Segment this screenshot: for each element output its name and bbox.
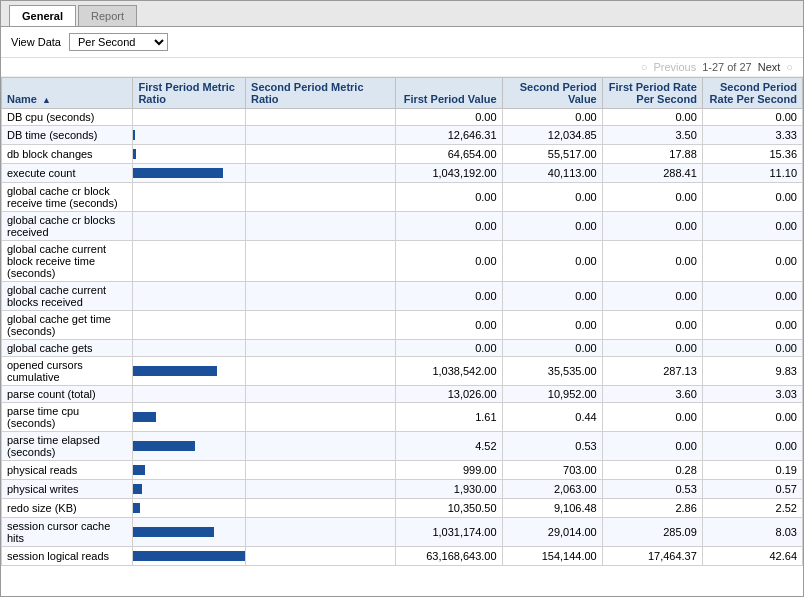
cell-sp-rate: 9.83 — [702, 357, 802, 386]
cell-sp-value: 154,144.00 — [502, 547, 602, 566]
cell-sp-bar — [246, 241, 396, 282]
cell-fp-rate: 0.28 — [602, 461, 702, 480]
cell-sp-value: 0.00 — [502, 212, 602, 241]
sort-arrow-name: ▲ — [42, 95, 51, 105]
table-row: DB cpu (seconds)0.000.000.000.00 — [2, 109, 803, 126]
cell-fp-value: 4.52 — [396, 432, 502, 461]
cell-fp-bar — [133, 109, 246, 126]
view-data-label: View Data — [11, 36, 61, 48]
cell-name: db block changes — [2, 145, 133, 164]
cell-sp-rate: 2.52 — [702, 499, 802, 518]
view-data-select[interactable]: Per Second Per Execution Totals — [69, 33, 168, 51]
cell-sp-bar — [246, 403, 396, 432]
cell-fp-value: 0.00 — [396, 109, 502, 126]
cell-sp-value: 12,034.85 — [502, 126, 602, 145]
col-header-sp-rate[interactable]: Second Period Rate Per Second — [702, 78, 802, 109]
cell-fp-rate: 3.60 — [602, 386, 702, 403]
cell-sp-rate: 0.00 — [702, 432, 802, 461]
col-header-sp-ratio[interactable]: Second Period Metric Ratio — [246, 78, 396, 109]
cell-sp-bar — [246, 357, 396, 386]
cell-fp-value: 1,038,542.00 — [396, 357, 502, 386]
next-link[interactable]: Next — [758, 61, 781, 73]
table-row: session cursor cache hits1,031,174.0029,… — [2, 518, 803, 547]
cell-fp-bar — [133, 461, 246, 480]
cell-sp-bar — [246, 461, 396, 480]
fp-bar — [133, 168, 222, 178]
cell-sp-rate: 15.36 — [702, 145, 802, 164]
fp-bar — [133, 527, 213, 537]
tab-report[interactable]: Report — [78, 5, 137, 26]
table-row: physical writes1,930.002,063.000.530.57 — [2, 480, 803, 499]
cell-sp-value: 0.53 — [502, 432, 602, 461]
cell-fp-rate: 288.41 — [602, 164, 702, 183]
cell-sp-bar — [246, 145, 396, 164]
cell-fp-value: 13,026.00 — [396, 386, 502, 403]
cell-fp-bar — [133, 518, 246, 547]
col-header-fp-value[interactable]: First Period Value — [396, 78, 502, 109]
cell-fp-bar — [133, 403, 246, 432]
col-header-fp-rate[interactable]: First Period Rate Per Second — [602, 78, 702, 109]
table-row: parse time elapsed (seconds)4.520.530.00… — [2, 432, 803, 461]
cell-sp-bar — [246, 340, 396, 357]
cell-sp-bar — [246, 164, 396, 183]
col-header-name[interactable]: Name ▲ — [2, 78, 133, 109]
pagination-circle-right: ○ — [786, 61, 793, 73]
table-row: DB time (seconds)12,646.3112,034.853.503… — [2, 126, 803, 145]
cell-name: global cache cr block receive time (seco… — [2, 183, 133, 212]
cell-sp-bar — [246, 282, 396, 311]
table-row: opened cursors cumulative1,038,542.0035,… — [2, 357, 803, 386]
table-row: global cache current blocks received0.00… — [2, 282, 803, 311]
cell-fp-bar — [133, 499, 246, 518]
cell-fp-rate: 0.00 — [602, 241, 702, 282]
cell-fp-bar — [133, 340, 246, 357]
cell-fp-bar — [133, 183, 246, 212]
cell-fp-value: 1,043,192.00 — [396, 164, 502, 183]
cell-sp-bar — [246, 432, 396, 461]
previous-link: Previous — [653, 61, 696, 73]
cell-sp-bar — [246, 126, 396, 145]
cell-fp-value: 12,646.31 — [396, 126, 502, 145]
fp-bar — [133, 484, 142, 494]
cell-sp-value: 55,517.00 — [502, 145, 602, 164]
cell-fp-bar — [133, 164, 246, 183]
cell-name: parse time elapsed (seconds) — [2, 432, 133, 461]
fp-bar — [133, 503, 140, 513]
table-row: global cache get time (seconds)0.000.000… — [2, 311, 803, 340]
cell-fp-value: 10,350.50 — [396, 499, 502, 518]
cell-sp-rate: 3.03 — [702, 386, 802, 403]
cell-sp-rate: 11.10 — [702, 164, 802, 183]
cell-sp-value: 0.00 — [502, 109, 602, 126]
cell-name: redo size (KB) — [2, 499, 133, 518]
cell-sp-value: 29,014.00 — [502, 518, 602, 547]
cell-fp-rate: 0.00 — [602, 311, 702, 340]
cell-fp-rate: 0.00 — [602, 212, 702, 241]
cell-fp-value: 0.00 — [396, 311, 502, 340]
cell-sp-value: 0.00 — [502, 183, 602, 212]
tab-bar: General Report — [1, 1, 803, 27]
table-row: parse time cpu (seconds)1.610.440.000.00 — [2, 403, 803, 432]
cell-sp-value: 35,535.00 — [502, 357, 602, 386]
cell-fp-rate: 17.88 — [602, 145, 702, 164]
cell-sp-bar — [246, 109, 396, 126]
cell-fp-bar — [133, 282, 246, 311]
pagination-circle-left: ○ — [641, 61, 648, 73]
cell-fp-rate: 287.13 — [602, 357, 702, 386]
cell-fp-value: 63,168,643.00 — [396, 547, 502, 566]
table-row: physical reads999.00703.000.280.19 — [2, 461, 803, 480]
cell-fp-bar — [133, 547, 246, 566]
cell-fp-value: 0.00 — [396, 241, 502, 282]
fp-bar — [133, 149, 135, 159]
cell-name: opened cursors cumulative — [2, 357, 133, 386]
col-header-fp-ratio[interactable]: First Period Metric Ratio — [133, 78, 246, 109]
cell-fp-value: 0.00 — [396, 183, 502, 212]
cell-fp-bar — [133, 432, 246, 461]
cell-fp-rate: 3.50 — [602, 126, 702, 145]
col-header-sp-value[interactable]: Second Period Value — [502, 78, 602, 109]
cell-fp-value: 1,031,174.00 — [396, 518, 502, 547]
cell-sp-bar — [246, 547, 396, 566]
tab-general[interactable]: General — [9, 5, 76, 26]
cell-fp-bar — [133, 145, 246, 164]
cell-sp-rate: 0.00 — [702, 403, 802, 432]
cell-sp-rate: 0.00 — [702, 311, 802, 340]
cell-sp-rate: 3.33 — [702, 126, 802, 145]
